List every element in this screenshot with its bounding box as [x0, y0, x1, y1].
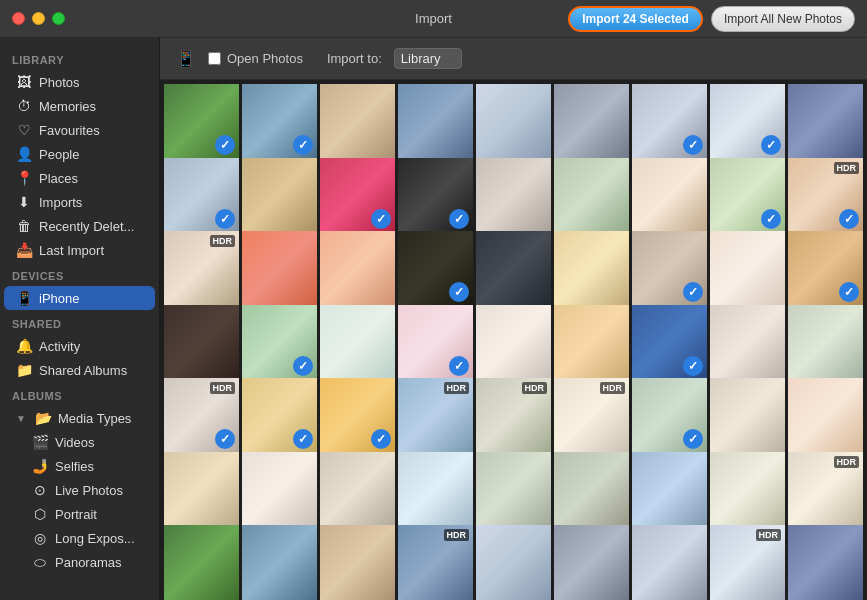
memories-icon: ⏱ — [16, 98, 32, 114]
photo-cell[interactable]: ✓ — [398, 305, 473, 380]
photo-cell[interactable] — [710, 305, 785, 380]
sidebar-item-media-types[interactable]: ▼ 📂 Media Types — [4, 406, 155, 430]
photo-cell[interactable]: HDR — [398, 525, 473, 600]
photo-cell[interactable]: ✓ — [320, 378, 395, 453]
photo-cell[interactable] — [554, 231, 629, 306]
photo-cell[interactable] — [320, 231, 395, 306]
sidebar-item-media-types-label: Media Types — [58, 411, 131, 426]
photo-cell[interactable] — [554, 452, 629, 527]
photo-cell[interactable] — [710, 231, 785, 306]
photo-cell[interactable]: ✓ — [788, 231, 863, 306]
photo-cell[interactable] — [164, 452, 239, 527]
photo-cell[interactable]: HDR — [476, 378, 551, 453]
sidebar-item-videos[interactable]: 🎬 Videos — [4, 430, 155, 454]
photo-cell[interactable] — [554, 525, 629, 600]
photo-cell[interactable] — [632, 158, 707, 233]
photo-cell[interactable]: HDR✓ — [164, 378, 239, 453]
photo-cell[interactable] — [320, 525, 395, 600]
photo-cell[interactable]: ✓ — [632, 305, 707, 380]
photo-cell[interactable] — [398, 452, 473, 527]
photo-cell[interactable] — [788, 378, 863, 453]
photo-cell[interactable]: ✓ — [164, 84, 239, 159]
photo-cell[interactable] — [554, 84, 629, 159]
photo-cell[interactable] — [476, 84, 551, 159]
sidebar-item-long-exposure[interactable]: ◎ Long Expos... — [4, 526, 155, 550]
photo-area: 📱 Open Photos Import to: Library ✓✓✓✓✓✓✓… — [160, 38, 867, 600]
photo-cell[interactable]: ✓ — [710, 158, 785, 233]
sidebar-item-activity-label: Activity — [39, 339, 80, 354]
photo-cell[interactable]: ✓ — [320, 158, 395, 233]
sidebar-item-live-photos[interactable]: ⊙ Live Photos — [4, 478, 155, 502]
photo-cell[interactable] — [788, 84, 863, 159]
photo-cell[interactable]: ✓ — [632, 84, 707, 159]
photo-cell[interactable]: ✓ — [398, 158, 473, 233]
sidebar-item-recently-deleted[interactable]: 🗑 Recently Delet... — [4, 214, 155, 238]
sidebar-item-live-photos-label: Live Photos — [55, 483, 123, 498]
photo-cell[interactable]: ✓ — [242, 84, 317, 159]
import-to-label: Import to: — [327, 51, 382, 66]
photo-cell[interactable] — [632, 525, 707, 600]
sidebar-item-shared-albums[interactable]: 📁 Shared Albums — [4, 358, 155, 382]
iphone-icon: 📱 — [16, 290, 32, 306]
sidebar-item-panoramas[interactable]: ⬭ Panoramas — [4, 550, 155, 575]
photo-cell[interactable] — [476, 305, 551, 380]
photo-cell[interactable] — [320, 84, 395, 159]
photo-cell[interactable] — [710, 378, 785, 453]
photo-cell[interactable]: HDR — [398, 378, 473, 453]
sidebar-item-iphone[interactable]: 📱 iPhone — [4, 286, 155, 310]
open-photos-checkbox[interactable] — [208, 52, 221, 65]
photo-cell[interactable]: HDR — [554, 378, 629, 453]
sidebar-item-favourites[interactable]: ♡ Favourites — [4, 118, 155, 142]
photo-cell[interactable] — [242, 452, 317, 527]
photo-cell[interactable]: HDR✓ — [788, 158, 863, 233]
photo-cell[interactable]: ✓ — [632, 231, 707, 306]
photo-cell[interactable]: ✓ — [632, 378, 707, 453]
minimize-button[interactable] — [32, 12, 45, 25]
sidebar-item-shared-albums-label: Shared Albums — [39, 363, 127, 378]
close-button[interactable] — [12, 12, 25, 25]
sidebar-item-portrait[interactable]: ⬡ Portrait — [4, 502, 155, 526]
sidebar-item-imports[interactable]: ⬇ Imports — [4, 190, 155, 214]
photo-cell[interactable] — [398, 84, 473, 159]
sidebar-item-selfies[interactable]: 🤳 Selfies — [4, 454, 155, 478]
import-selected-button[interactable]: Import 24 Selected — [568, 6, 703, 32]
sidebar-item-memories[interactable]: ⏱ Memories — [4, 94, 155, 118]
expand-icon: ▼ — [16, 413, 26, 424]
photo-cell[interactable] — [632, 452, 707, 527]
sidebar-item-last-import[interactable]: 📥 Last Import — [4, 238, 155, 262]
photo-cell[interactable]: HDR — [710, 525, 785, 600]
fullscreen-button[interactable] — [52, 12, 65, 25]
photo-cell[interactable] — [788, 305, 863, 380]
photo-cell[interactable] — [242, 525, 317, 600]
sidebar-item-photos[interactable]: 🖼 Photos — [4, 70, 155, 94]
photo-cell[interactable]: ✓ — [710, 84, 785, 159]
photo-cell[interactable] — [710, 452, 785, 527]
photo-cell[interactable]: ✓ — [164, 158, 239, 233]
photo-cell[interactable] — [164, 525, 239, 600]
photo-cell[interactable] — [554, 158, 629, 233]
photo-cell[interactable]: ✓ — [242, 378, 317, 453]
photo-badge-hdr: HDR — [600, 382, 626, 394]
import-to-select[interactable]: Library — [394, 48, 462, 69]
photo-cell[interactable] — [476, 525, 551, 600]
photo-cell[interactable] — [476, 158, 551, 233]
photo-cell[interactable] — [320, 305, 395, 380]
photo-cell[interactable] — [164, 305, 239, 380]
photo-cell[interactable] — [476, 452, 551, 527]
photo-checkmark: ✓ — [683, 135, 703, 155]
photo-cell[interactable] — [788, 525, 863, 600]
photo-cell[interactable] — [242, 231, 317, 306]
photo-checkmark: ✓ — [683, 429, 703, 449]
photo-cell[interactable]: HDR — [788, 452, 863, 527]
sidebar-item-places[interactable]: 📍 Places — [4, 166, 155, 190]
photo-cell[interactable] — [242, 158, 317, 233]
photo-cell[interactable] — [476, 231, 551, 306]
photo-cell[interactable] — [320, 452, 395, 527]
photo-cell[interactable]: ✓ — [398, 231, 473, 306]
photo-cell[interactable]: ✓ — [242, 305, 317, 380]
photo-cell[interactable] — [554, 305, 629, 380]
sidebar-item-people[interactable]: 👤 People — [4, 142, 155, 166]
sidebar-item-activity[interactable]: 🔔 Activity — [4, 334, 155, 358]
photo-cell[interactable]: HDR — [164, 231, 239, 306]
import-all-button[interactable]: Import All New Photos — [711, 6, 855, 32]
